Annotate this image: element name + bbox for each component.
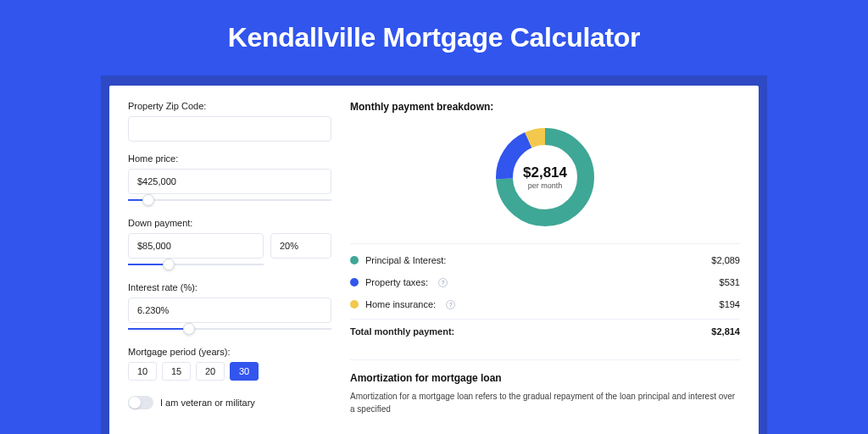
period-btn-15[interactable]: 15 bbox=[162, 362, 191, 381]
home-price-group: Home price: bbox=[128, 153, 331, 206]
veteran-toggle[interactable] bbox=[128, 396, 153, 409]
period-btn-10[interactable]: 10 bbox=[128, 362, 157, 381]
breakdown-title: Monthly payment breakdown: bbox=[350, 101, 740, 113]
help-icon[interactable]: ? bbox=[438, 278, 448, 287]
legend-dot-icon bbox=[350, 278, 359, 287]
zip-label: Property Zip Code: bbox=[128, 101, 331, 111]
form-panel: Property Zip Code: Home price: Down paym… bbox=[128, 101, 331, 434]
period-label: Mortgage period (years): bbox=[128, 347, 331, 357]
legend-value: $194 bbox=[720, 299, 740, 309]
help-icon[interactable]: ? bbox=[446, 300, 455, 309]
legend-row-principal-interest: Principal & Interest:$2,089 bbox=[350, 249, 740, 271]
calculator-card: Property Zip Code: Home price: Down paym… bbox=[109, 86, 759, 434]
card-backdrop: Property Zip Code: Home price: Down paym… bbox=[101, 75, 767, 434]
veteran-row: I am veteran or military bbox=[128, 396, 331, 409]
amortization-section: Amortization for mortgage loan Amortizat… bbox=[350, 359, 740, 415]
period-row: 10 15 20 30 bbox=[128, 362, 331, 381]
legend-row-property-taxes: Property taxes:?$531 bbox=[350, 271, 740, 293]
interest-group: Interest rate (%): bbox=[128, 282, 331, 335]
home-price-label: Home price: bbox=[128, 153, 331, 164]
zip-input[interactable] bbox=[128, 116, 331, 142]
period-btn-30[interactable]: 30 bbox=[230, 362, 259, 381]
down-payment-label: Down payment: bbox=[128, 218, 331, 228]
breakdown-panel: Monthly payment breakdown: $2,814 per mo… bbox=[350, 101, 740, 434]
down-payment-pct-input[interactable] bbox=[270, 233, 331, 259]
period-btn-20[interactable]: 20 bbox=[196, 362, 225, 381]
legend-label: Property taxes: bbox=[365, 277, 428, 287]
home-price-slider[interactable] bbox=[128, 194, 331, 206]
donut-chart: $2,814 per month bbox=[494, 126, 596, 228]
legend: Principal & Interest:$2,089Property taxe… bbox=[350, 249, 740, 315]
amort-title: Amortization for mortgage loan bbox=[350, 372, 740, 384]
total-row: Total monthly payment: $2,814 bbox=[350, 319, 740, 342]
period-group: Mortgage period (years): 10 15 20 30 bbox=[128, 347, 331, 381]
veteran-label: I am veteran or military bbox=[160, 398, 255, 408]
down-payment-slider[interactable] bbox=[128, 259, 264, 270]
legend-row-home-insurance: Home insurance:?$194 bbox=[350, 293, 740, 315]
donut-sub: per month bbox=[528, 181, 563, 190]
down-payment-group: Down payment: bbox=[128, 218, 331, 270]
legend-label: Principal & Interest: bbox=[365, 255, 446, 265]
zip-group: Property Zip Code: bbox=[128, 101, 331, 142]
donut-amount: $2,814 bbox=[523, 164, 567, 181]
interest-slider[interactable] bbox=[128, 323, 331, 335]
donut-wrap: $2,814 per month bbox=[350, 121, 740, 235]
page-title: Kendallville Mortgage Calculator bbox=[0, 0, 868, 75]
home-price-input[interactable] bbox=[128, 169, 331, 194]
legend-value: $531 bbox=[720, 277, 740, 287]
down-payment-input[interactable] bbox=[128, 233, 264, 259]
amort-body: Amortization for a mortgage loan refers … bbox=[350, 391, 740, 415]
legend-label: Home insurance: bbox=[365, 299, 436, 309]
total-value: $2,814 bbox=[711, 326, 740, 337]
legend-dot-icon bbox=[350, 300, 359, 309]
legend-dot-icon bbox=[350, 256, 359, 264]
interest-input[interactable] bbox=[128, 298, 331, 323]
legend-value: $2,089 bbox=[711, 255, 740, 265]
interest-label: Interest rate (%): bbox=[128, 282, 331, 292]
total-label: Total monthly payment: bbox=[350, 326, 454, 337]
